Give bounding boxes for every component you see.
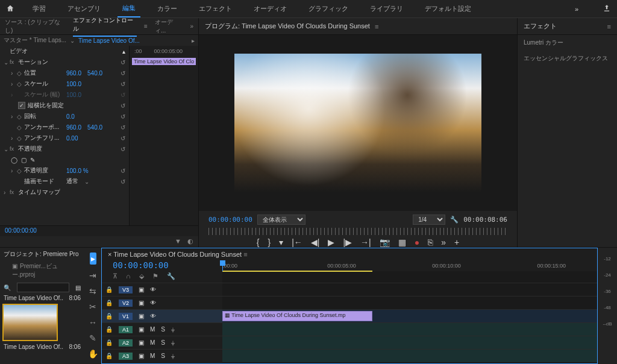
workspace-graphics[interactable]: グラフィック — [304, 1, 353, 17]
play-icon[interactable]: ▶ — [328, 237, 334, 247]
mark-in-icon[interactable]: { — [257, 237, 260, 247]
program-timecode-left[interactable]: 00:00:00:00 — [208, 216, 252, 224]
ec-clip-chip[interactable]: Time Lapse Video Of Clo — [132, 58, 196, 65]
target-icon[interactable]: ▣ — [139, 313, 144, 319]
playhead[interactable] — [222, 260, 223, 271]
reset-icon[interactable]: ↺ — [121, 124, 125, 131]
lock-icon[interactable]: 🔒 — [105, 339, 113, 346]
reset-icon[interactable]: ↺ — [121, 59, 125, 66]
tab-audio-clip[interactable]: オーディ... — [155, 18, 183, 35]
scroll-icon[interactable]: ◐ — [187, 237, 193, 246]
keyframe-icon[interactable]: ◇ — [17, 113, 22, 120]
chevron-up-icon[interactable]: ▴ — [122, 48, 125, 55]
master-clip-label[interactable]: マスター * Time Laps... — [4, 36, 66, 45]
overflow-icon[interactable]: » — [190, 23, 193, 30]
track-header-v1[interactable]: 🔒V1▣👁 — [102, 309, 222, 322]
filter-icon[interactable]: ▼ — [175, 237, 181, 246]
search-icon[interactable]: 🔍 — [4, 284, 11, 291]
slip-tool-icon[interactable]: ↔ — [89, 318, 97, 327]
mic-icon[interactable]: ⏚ — [171, 339, 175, 346]
effect-mini-timeline[interactable]: :0000:00:05:00 Time Lapse Video Of Clo — [129, 46, 198, 225]
rotation-value[interactable]: 0.0 — [66, 113, 75, 120]
chevron-down-icon[interactable]: ⌄ — [84, 178, 89, 185]
target-icon[interactable]: ▣ — [139, 353, 144, 359]
mask-ellipse-icon[interactable]: ◯ — [11, 157, 17, 163]
chevron-down-icon[interactable]: ⌄ — [70, 37, 75, 44]
step-forward-icon[interactable]: |▶ — [343, 237, 352, 247]
fit-select[interactable]: 全体表示 — [257, 215, 305, 225]
reset-icon[interactable]: ↺ — [121, 81, 125, 87]
bin-item[interactable]: Time Lapse Video Of..8:06 — [0, 342, 84, 351]
reset-icon[interactable]: ↺ — [121, 146, 125, 152]
mark-out-icon[interactable]: } — [268, 237, 271, 247]
workspace-assembly[interactable]: アセンブリ — [63, 1, 105, 17]
wrench-icon[interactable]: 🔧 — [450, 216, 459, 224]
track-header-a2[interactable]: 🔒A2▣MS⏚ — [102, 336, 222, 349]
workspace-audio[interactable]: オーディオ — [249, 1, 292, 17]
solo-button[interactable]: S — [161, 339, 165, 346]
reset-icon[interactable]: ↺ — [121, 70, 125, 77]
work-area-bar[interactable] — [222, 271, 372, 272]
export-frame-icon[interactable]: 📷 — [380, 237, 390, 247]
program-monitor-viewport[interactable] — [234, 54, 481, 192]
position-y[interactable]: 540.0 — [87, 70, 102, 77]
fx-badge-icon[interactable]: fx — [10, 189, 18, 195]
panel-menu-icon[interactable]: ≡ — [243, 251, 247, 258]
go-out-icon[interactable]: →| — [360, 237, 371, 247]
project-file[interactable]: Premier...ビュー.prproj — [12, 263, 58, 278]
timeline-timecode[interactable]: 00:00:00:00 — [102, 260, 222, 270]
reset-icon[interactable]: ↺ — [121, 113, 125, 120]
mask-pen-icon[interactable]: ✎ — [30, 157, 35, 163]
share-icon[interactable] — [603, 4, 611, 14]
workspace-default[interactable]: デフォルト設定 — [420, 1, 476, 17]
uniform-scale-checkbox[interactable] — [18, 102, 25, 109]
reset-icon[interactable]: ↺ — [121, 178, 125, 185]
keyframe-icon[interactable]: ◇ — [17, 70, 22, 77]
sequence-name[interactable]: Time Lapse Video Of Clouds During Sunset — [113, 251, 242, 258]
lock-icon[interactable]: 🔒 — [105, 353, 113, 359]
link-icon[interactable]: ∩ — [126, 272, 131, 280]
mic-icon[interactable]: ⏚ — [171, 326, 175, 333]
solo-button[interactable]: S — [161, 353, 165, 359]
workspace-color[interactable]: カラー — [152, 1, 182, 17]
record-icon[interactable]: ● — [415, 237, 419, 247]
mask-rect-icon[interactable]: ▢ — [21, 157, 27, 163]
keyframe-icon[interactable]: ◇ — [17, 81, 22, 87]
toggle-icon[interactable]: › — [4, 189, 10, 196]
source-clip-label[interactable]: Time Lapse Video Of... — [78, 37, 140, 44]
home-icon[interactable] — [6, 4, 16, 14]
effects-item[interactable]: エッセンシャルグラフィックス — [518, 51, 617, 66]
add-icon[interactable]: + — [454, 237, 459, 247]
folder-icon[interactable]: ▣ — [12, 263, 17, 269]
reset-icon[interactable]: ↺ — [121, 92, 125, 98]
clip-thumbnail[interactable] — [4, 305, 57, 340]
opacity-value[interactable]: 100.0 % — [66, 168, 89, 174]
comparison-icon[interactable]: ▦ — [398, 237, 406, 247]
track-header-a3[interactable]: 🔒A3▣MS⏚ — [102, 349, 222, 362]
track-header-v2[interactable]: 🔒V2▣👁 — [102, 296, 222, 309]
overflow-icon[interactable]: » — [575, 5, 578, 13]
fx-badge-icon[interactable]: fx — [10, 59, 18, 65]
tab-effect-controls[interactable]: エフェクトコントロール — [73, 16, 137, 37]
lock-icon[interactable]: 🔒 — [105, 300, 113, 306]
add-marker-icon[interactable]: ▾ — [279, 237, 283, 247]
track-header-v3[interactable]: 🔒V3▣👁 — [102, 283, 222, 296]
timeline-ruler[interactable]: :00:00 00:00:05:00 00:00:10:00 00:00:15:… — [222, 260, 597, 271]
wrench-icon[interactable]: 🔧 — [167, 272, 175, 280]
marker-icon[interactable]: ⬙ — [139, 272, 144, 280]
workspace-learn[interactable]: 学習 — [28, 1, 51, 17]
selection-tool-icon[interactable]: ▸ — [90, 253, 96, 265]
workspace-effects[interactable]: エフェクト — [194, 1, 237, 17]
keyframe-icon[interactable]: ◇ — [17, 168, 22, 174]
folder-icon[interactable]: ▤ — [75, 284, 81, 291]
blend-mode-select[interactable]: 通常 — [66, 177, 78, 186]
lock-icon[interactable]: 🔒 — [105, 286, 113, 293]
timeline-clip-area[interactable]: ▦ Time Lapse Video Of Clouds During Suns… — [222, 283, 597, 363]
antiflicker-value[interactable]: 0.00 — [66, 135, 78, 142]
reset-icon[interactable]: ↺ — [121, 102, 125, 109]
target-icon[interactable]: ▣ — [139, 339, 144, 346]
eye-icon[interactable]: 👁 — [150, 286, 156, 293]
panel-menu-icon[interactable]: ≡ — [375, 23, 378, 30]
reset-icon[interactable]: ↺ — [121, 135, 125, 142]
scale-value[interactable]: 100.0 — [66, 81, 81, 87]
